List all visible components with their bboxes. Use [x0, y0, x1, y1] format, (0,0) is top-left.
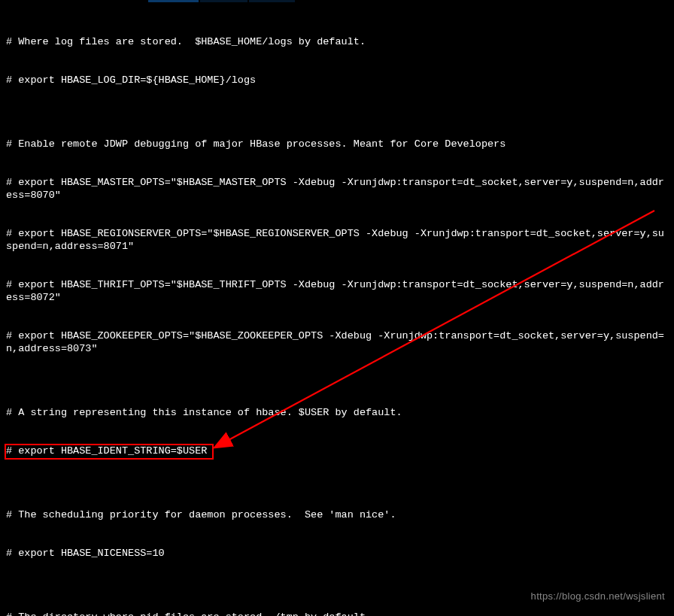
code-line: # Enable remote JDWP debugging of major … [6, 138, 668, 150]
code-line: # export HBASE_THRIFT_OPTS="$HBASE_THRIF… [6, 278, 668, 304]
code-line: # Where log files are stored. $HBASE_HOM… [6, 35, 668, 48]
code-line: # export HBASE_ZOOKEEPER_OPTS="$HBASE_ZO… [6, 329, 668, 355]
tab-inactive-marker[interactable] [200, 0, 247, 2]
code-line: # export HBASE_MASTER_OPTS="$HBASE_MASTE… [6, 176, 668, 202]
watermark-text: https://blog.csdn.net/wsjslient [531, 590, 665, 602]
code-line: # The directory where pid files are stor… [6, 611, 668, 616]
code-line: # The scheduling priority for daemon pro… [6, 508, 668, 521]
code-line: # export HBASE_IDENT_STRING=$USER [6, 445, 668, 457]
code-line: # export HBASE_LOG_DIR=${HBASE_HOME}/log… [6, 74, 668, 86]
terminal-viewport[interactable]: # Where log files are stored. $HBASE_HOM… [0, 2, 674, 616]
code-line: # export HBASE_NICENESS=10 [6, 547, 668, 560]
code-line: # export HBASE_REGIONSERVER_OPTS="$HBASE… [6, 227, 668, 253]
tab-active-marker[interactable] [148, 0, 199, 2]
code-line: # A string representing this instance of… [6, 406, 668, 419]
tab-inactive-marker[interactable] [249, 0, 295, 2]
